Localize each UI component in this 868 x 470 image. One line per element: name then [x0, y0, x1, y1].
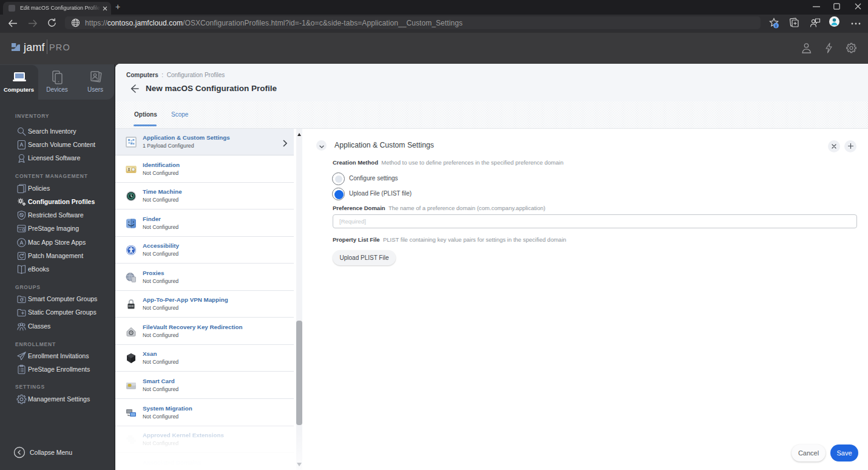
svg-text:i: i [776, 24, 777, 28]
